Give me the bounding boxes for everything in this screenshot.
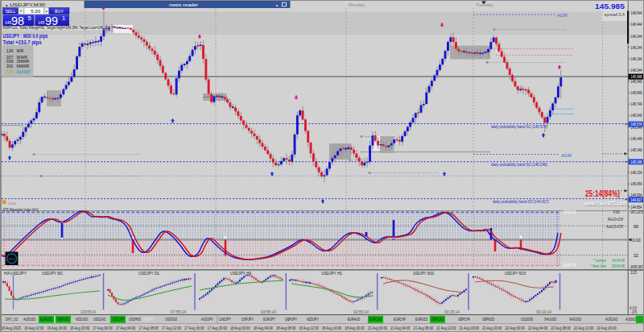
- svg-text:EURCHF: EURCHF: [394, 317, 406, 322]
- svg-text:21 Aug 20:00: 21 Aug 20:00: [482, 326, 502, 330]
- svg-text:146.444: 146.444: [631, 23, 642, 27]
- svg-text:115: 115: [630, 271, 638, 275]
- svg-text:146.144: 146.144: [631, 57, 642, 61]
- svg-text:ADR: ADR: [561, 153, 572, 158]
- svg-text:USDJPY H1: USDJPY H1: [321, 271, 342, 276]
- svg-text:32: 32: [634, 254, 638, 258]
- svg-text:* New York: * New York: [590, 264, 606, 268]
- svg-text:16 Aug 12:00: 16 Aug 12:00: [24, 326, 44, 330]
- svg-text:US2000: US2000: [521, 317, 533, 322]
- svg-text:145.988: 145.988: [631, 75, 642, 79]
- svg-text:22 Aug 04:00: 22 Aug 04:00: [528, 326, 548, 330]
- svg-text:98: 98: [11, 15, 24, 27]
- svg-text:daily probability band S2 (145: daily probability band S2 (145.246): [491, 162, 547, 167]
- svg-text:21 Aug 12:00: 21 Aug 12:00: [436, 326, 456, 330]
- svg-text:EURAUD: EURAUD: [348, 317, 361, 322]
- svg-text:145.574: 145.574: [631, 122, 642, 127]
- svg-text:XAGUSD: XAGUSD: [569, 317, 582, 322]
- svg-text:18 Aug 04:00: 18 Aug 04:00: [253, 326, 273, 330]
- svg-text:146.244: 146.244: [631, 46, 642, 50]
- svg-text:USDJPY M30: USDJPY M30: [413, 271, 434, 276]
- svg-text:18 Aug 08:00: 18 Aug 08:00: [276, 326, 296, 330]
- svg-text:USDJPY: USDJPY: [142, 317, 155, 322]
- svg-text:USDJPY W1: USDJPY W1: [42, 271, 63, 276]
- svg-text:145.949: 145.949: [631, 80, 642, 84]
- svg-text:21 Aug 08:00: 21 Aug 08:00: [414, 326, 434, 330]
- svg-text:▼: ▼: [19, 10, 23, 13]
- svg-text:* London: * London: [593, 258, 606, 263]
- svg-text:329: 329: [6, 69, 14, 74]
- svg-text:1: 1: [62, 15, 65, 22]
- svg-text:-15: -15: [630, 310, 638, 314]
- svg-text:news reader: news reader: [169, 2, 199, 7]
- svg-text:68: 68: [634, 225, 638, 229]
- svg-text:DXY_U3: DXY_U3: [6, 317, 18, 322]
- svg-text:22 Aug 12:00: 22 Aug 12:00: [574, 326, 594, 330]
- svg-text:EURJPY: EURJPY: [263, 317, 275, 322]
- svg-text:▲: ▲: [275, 3, 279, 7]
- svg-text:17 Aug 08:00: 17 Aug 08:00: [138, 326, 159, 330]
- svg-text:Monday: Monday: [349, 2, 365, 7]
- svg-text:17 Aug 16:00: 17 Aug 16:00: [184, 326, 204, 330]
- svg-text:CADJPY: CADJPY: [219, 317, 231, 322]
- svg-text:21 Aug 00:00: 21 Aug 00:00: [368, 326, 388, 330]
- svg-text:AUDJPY: AUDJPY: [201, 317, 213, 322]
- svg-text:145.749: 145.749: [631, 102, 642, 106]
- svg-text:USDSGD: USDSGD: [165, 317, 178, 322]
- svg-text:126: 126: [6, 48, 14, 53]
- svg-text:301: 301: [6, 64, 14, 68]
- svg-text:6MWR: 6MWR: [17, 64, 30, 68]
- svg-text:BUY: BUY: [55, 9, 64, 14]
- svg-text:146.044: 146.044: [631, 68, 642, 73]
- svg-text:spread 0.6: spread 0.6: [605, 12, 625, 17]
- svg-text:146.344: 146.344: [631, 35, 642, 39]
- svg-text:17 Aug 20:00: 17 Aug 20:00: [208, 326, 228, 330]
- svg-text:145.246: 145.246: [631, 160, 642, 164]
- svg-text:18 Aug 16:00: 18 Aug 16:00: [322, 326, 342, 330]
- svg-text:AdxOnOff: AdxOnOff: [606, 225, 624, 229]
- svg-text:07:55:14: 07:55:14: [171, 310, 186, 314]
- svg-text:USDJPY,M30: USDJPY,M30: [10, 2, 45, 7]
- svg-text:NZDJPY: NZDJPY: [307, 317, 319, 322]
- svg-text:145.849: 145.849: [631, 91, 642, 95]
- svg-text:NZDUSD: NZDUSD: [76, 317, 89, 322]
- svg-text:ATS: ATS: [9, 258, 14, 261]
- svg-text:XAUUSD: XAUUSD: [544, 317, 557, 322]
- svg-text:-1655.967: -1655.967: [630, 265, 643, 269]
- svg-text:103:55:14: 103:55:14: [80, 310, 96, 314]
- svg-text:17 Aug 00:00: 17 Aug 00:00: [93, 326, 113, 330]
- svg-text:1520.00: 1520.00: [564, 210, 576, 214]
- svg-text:145.154: 145.154: [631, 171, 642, 175]
- svg-text:GBPNZD: GBPNZD: [482, 317, 495, 322]
- svg-text:21 Aug 16:00: 21 Aug 16:00: [460, 326, 480, 330]
- svg-text:▲: ▲: [45, 10, 48, 13]
- svg-text:USDCAD: USDCAD: [93, 317, 106, 322]
- svg-text:GBPCHF: GBPCHF: [458, 317, 470, 322]
- svg-text:16 Aug 2023: 16 Aug 2023: [2, 326, 22, 330]
- svg-text:USDHKD: USDHKD: [129, 317, 142, 322]
- svg-text:1520: 1520: [8, 201, 17, 205]
- svg-text:22 Aug 08:00: 22 Aug 08:00: [551, 326, 571, 330]
- svg-text:18 Aug 12:00: 18 Aug 12:00: [299, 326, 319, 330]
- svg-text:USDJPY : M30 0.0 pips: USDJPY : M30 0.0 pips: [3, 33, 48, 39]
- svg-text:0.00: 0.00: [633, 239, 641, 243]
- svg-text:17 Aug 04:00: 17 Aug 04:00: [116, 326, 136, 330]
- svg-text:144.917: 144.917: [631, 198, 642, 202]
- svg-text:145.054: 145.054: [631, 182, 642, 186]
- svg-text:5: 5: [28, 15, 31, 22]
- svg-text:18 Aug 00:00: 18 Aug 00:00: [230, 326, 250, 330]
- svg-text:00:55:14: 00:55:14: [353, 310, 369, 314]
- svg-text:14:04:46: 14:04:46: [612, 258, 625, 263]
- svg-text:AUDUSD: AUDUSD: [23, 317, 36, 322]
- svg-text:EURCAD: EURCAD: [369, 317, 382, 322]
- svg-text:GBPCAD: GBPCAD: [431, 317, 444, 322]
- svg-text:145.985: 145.985: [595, 2, 625, 10]
- svg-text:99: 99: [45, 15, 58, 27]
- svg-text:5.00: 5.00: [31, 9, 40, 14]
- svg-text:145.449: 145.449: [631, 137, 642, 141]
- svg-text:AUDCAD: AUDCAD: [605, 317, 618, 322]
- svg-text:25:14(84%): 25:14(84%): [585, 189, 620, 198]
- svg-text:00:25:14: 00:25:14: [444, 310, 460, 314]
- svg-text:RsiOnOff: RsiOnOff: [608, 218, 624, 222]
- svg-text:ATS Waverider Index V4.0: ATS Waverider Index V4.0: [3, 208, 39, 212]
